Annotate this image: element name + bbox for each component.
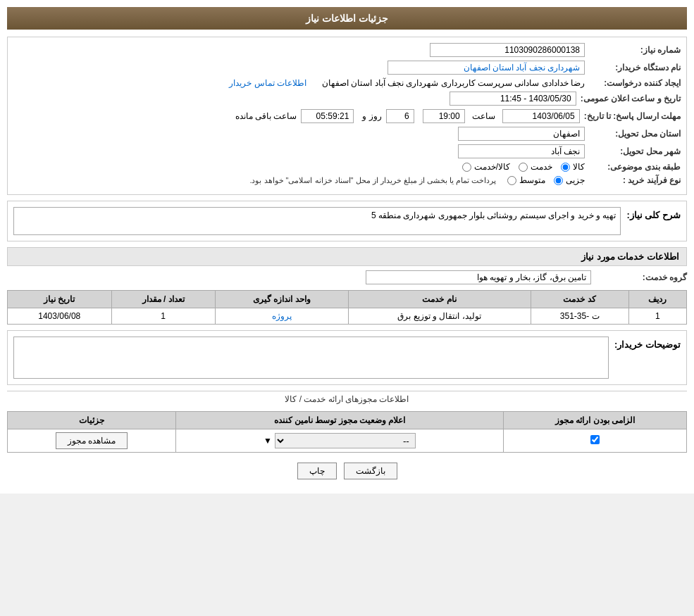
buyer-notes-textarea[interactable] <box>13 337 609 379</box>
page-wrapper: جزئیات اطلاعات نیاز شماره نیاز: 11030902… <box>0 0 694 494</box>
delivery-province-row: استان محل تحویل: اصفهان <box>13 127 681 141</box>
need-number-label: شماره نیاز: <box>589 45 681 55</box>
col-header-unit: واحد اندازه گیری <box>215 291 348 308</box>
col-header-row: ردیف <box>628 291 686 308</box>
col-header-date: تاریخ نیاز <box>8 291 112 308</box>
cell-date: 1403/06/08 <box>8 308 112 325</box>
category-option-kala: کالا <box>561 162 585 172</box>
purchase-type-row: نوع فرآیند خرید : متوسط جزیی پرداخت تمام… <box>13 175 681 185</box>
purchase-type-option-motavasset: متوسط <box>507 175 545 185</box>
license-status-select[interactable]: -- <box>275 433 416 448</box>
response-time-value: 19:00 <box>423 109 465 123</box>
buyer-org-value: شهرداری نجف آباد استان اصفهان <box>388 61 585 75</box>
response-deadline-label: مهلت ارسال پاسخ: تا تاریخ: <box>584 111 681 121</box>
need-number-value: 1103090286000138 <box>430 43 585 57</box>
service-group-value: تامین برق، گاز، بخار و تهویه هوا <box>366 270 591 284</box>
category-label: طبقه بندی موضوعی: <box>589 162 681 172</box>
license-mandatory-checkbox[interactable] <box>590 435 600 444</box>
delivery-province-value: اصفهان <box>458 127 585 141</box>
cell-quantity: 1 <box>111 308 215 325</box>
license-info-label: اطلاعات مجوزهای ارائه خدمت / کالا <box>285 394 409 404</box>
buttons-row: بازگشت چاپ <box>7 463 687 479</box>
radio-khedmat[interactable] <box>519 163 528 172</box>
buyer-notes-row: توضیحات خریدار: <box>13 337 681 379</box>
need-number-row: شماره نیاز: 1103090286000138 <box>13 43 681 57</box>
buyer-org-row: نام دستگاه خریدار: شهرداری نجف آباد استا… <box>13 61 681 75</box>
col-header-qty: تعداد / مقدار <box>111 291 215 308</box>
service-group-row: گروه خدمت: تامین برق، گاز، بخار و تهویه … <box>7 270 687 284</box>
table-row: 1ت -35-351تولید، انتقال و توزیع برقپروژه… <box>8 308 687 325</box>
response-date-value: 1403/06/05 <box>502 109 580 123</box>
category-row: طبقه بندی موضوعی: کالا/خدمت خدمت کالا <box>13 162 681 172</box>
category-radio-group: کالا/خدمت خدمت کالا <box>462 162 585 172</box>
license-status-cell: -- ▼ <box>175 429 504 453</box>
radio-kala-khedmat[interactable] <box>462 163 471 172</box>
col-header-code: کد خدمت <box>531 291 628 308</box>
response-deadline-row: مهلت ارسال پاسخ: تا تاریخ: 1403/06/05 سا… <box>13 109 681 123</box>
cell-row: 1 <box>628 308 686 325</box>
license-table: الزامی بودن ارائه مجوز اعلام وضعیت مجوز … <box>7 411 687 453</box>
purchase-note: پرداخت تمام یا بخشی از مبلغ خریدار از مح… <box>249 176 496 185</box>
requester-row: ایجاد کننده درخواست: رضا خدادادی سادانی … <box>13 78 681 88</box>
delivery-province-label: استان محل تحویل: <box>589 129 681 139</box>
delivery-city-value: نجف آباد <box>458 144 585 158</box>
license-details-cell: مشاهده مجوز <box>8 429 176 453</box>
print-button[interactable]: چاپ <box>297 463 337 479</box>
radio-jozee[interactable] <box>554 176 563 185</box>
license-col-mandatory: الزامی بودن ارائه مجوز <box>504 412 687 429</box>
buyer-notes-section: توضیحات خریدار: <box>7 330 687 385</box>
section-title: جزئیات اطلاعات نیاز <box>306 13 388 24</box>
license-info-divider: اطلاعات مجوزهای ارائه خدمت / کالا <box>7 391 687 404</box>
col-header-name: نام خدمت <box>348 291 531 308</box>
delivery-city-label: شهر محل تحویل: <box>589 146 681 156</box>
contact-link[interactable]: اطلاعات تماس خریدار <box>229 78 306 88</box>
service-info-header: اطلاعات خدمات مورد نیاز <box>7 247 687 266</box>
radio-motavasset[interactable] <box>507 176 516 185</box>
delivery-city-row: شهر محل تحویل: نجف آباد <box>13 144 681 158</box>
license-row: -- ▼ مشاهده مجوز <box>8 429 687 453</box>
license-table-section: الزامی بودن ارائه مجوز اعلام وضعیت مجوز … <box>7 411 687 453</box>
service-group-label: گروه خدمت: <box>595 272 687 282</box>
need-description-row: شرح کلی نیاز: تهیه و خرید و اجرای سیستم … <box>13 207 681 235</box>
cell-unit: پروژه <box>215 308 348 325</box>
services-table: ردیف کد خدمت نام خدمت واحد اندازه گیری ت… <box>7 290 687 325</box>
license-col-details: جزئیات <box>8 412 176 429</box>
main-form: شماره نیاز: 1103090286000138 نام دستگاه … <box>7 37 687 195</box>
purchase-type-option-jozee: جزیی <box>554 175 585 185</box>
chevron-down-icon: ▼ <box>264 436 272 446</box>
announce-datetime-label: تاریخ و ساعت اعلان عمومی: <box>581 94 681 103</box>
license-mandatory-cell <box>504 429 687 453</box>
requester-value: رضا خدادادی سادانی سرپرست کاربرداری شهرد… <box>322 78 585 88</box>
buyer-notes-label: توضیحات خریدار: <box>614 337 681 350</box>
category-option-khedmat: خدمت <box>519 162 552 172</box>
cell-code: ت -35-351 <box>531 308 628 325</box>
need-description-section: شرح کلی نیاز: تهیه و خرید و اجرای سیستم … <box>7 201 687 241</box>
section-header: جزئیات اطلاعات نیاز <box>7 7 687 30</box>
announce-datetime-value: 1403/05/30 - 11:45 <box>450 92 576 106</box>
purchase-type-label: نوع فرآیند خرید : <box>589 175 681 185</box>
buyer-org-label: نام دستگاه خریدار: <box>589 63 681 73</box>
category-option-kala-khedmat: کالا/خدمت <box>462 162 510 172</box>
requester-label: ایجاد کننده درخواست: <box>589 78 681 88</box>
response-timer-suffix: ساعت باقی مانده <box>235 111 297 121</box>
back-button[interactable]: بازگشت <box>344 463 397 479</box>
purchase-type-radio-group: متوسط جزیی <box>507 175 585 185</box>
license-col-status: اعلام وضعیت مجوز توسط نامین کننده <box>175 412 504 429</box>
view-license-button[interactable]: مشاهده مجوز <box>56 432 128 449</box>
response-days-label: روز و <box>362 111 381 121</box>
need-description-label: شرح کلی نیاز: <box>626 207 681 220</box>
need-description-value: تهیه و خرید و اجرای سیستم روشنائی بلوار … <box>13 207 621 235</box>
announce-datetime-row: تاریخ و ساعت اعلان عمومی: 1403/05/30 - 1… <box>13 92 681 106</box>
response-days-value: 6 <box>386 109 414 123</box>
cell-name: تولید، انتقال و توزیع برق <box>348 308 531 325</box>
radio-kala[interactable] <box>561 163 570 172</box>
response-timer-value: 05:59:21 <box>301 109 354 123</box>
